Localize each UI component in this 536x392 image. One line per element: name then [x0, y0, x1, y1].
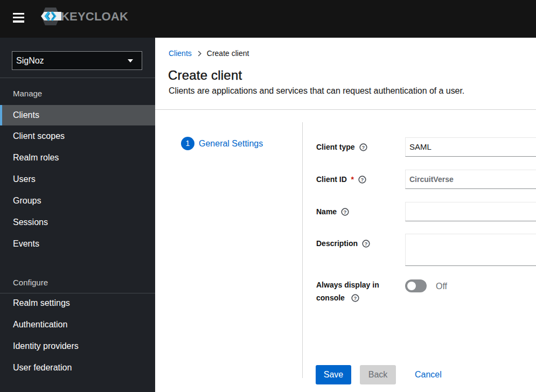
svg-text:?: ? [361, 177, 364, 183]
svg-text:?: ? [353, 295, 357, 301]
svg-text:KEYCLOAK: KEYCLOAK [61, 10, 128, 23]
svg-text:?: ? [365, 241, 368, 247]
svg-text:?: ? [361, 144, 365, 150]
svg-text:?: ? [344, 209, 347, 215]
